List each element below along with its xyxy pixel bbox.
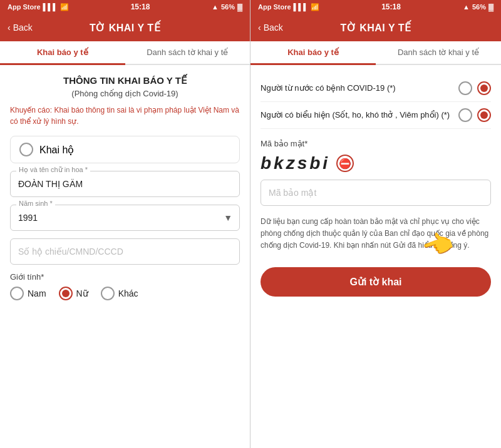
option-radios-1 xyxy=(458,81,491,95)
radio-nu[interactable] xyxy=(59,287,73,300)
captcha-input-group xyxy=(261,180,491,206)
submit-button[interactable]: Gửi tờ khai xyxy=(261,267,491,297)
captcha-refresh-button[interactable]: ⛔ xyxy=(336,155,354,172)
radio-nam[interactable] xyxy=(10,287,24,300)
warning-text: Khuyến cáo: Khai báo thông tin sai là vi… xyxy=(10,104,240,127)
wifi-icon: 📶 xyxy=(60,3,69,11)
hand-cursor-icon: 👈 xyxy=(416,220,460,268)
khai-ho-radio[interactable] xyxy=(19,143,33,156)
location-icon-right: ▲ xyxy=(463,3,470,11)
status-left-right: App Store ▌▌▌ 📶 xyxy=(258,3,319,11)
gender-nu[interactable]: Nữ xyxy=(59,287,88,300)
option-radios-2 xyxy=(458,108,491,122)
back-button-right[interactable]: ‹ Back xyxy=(258,23,296,33)
khai-ho-label: Khai hộ xyxy=(39,144,74,156)
radio-option2-no[interactable] xyxy=(458,108,472,122)
header-title-right: TỜ KHAI Y TẾ xyxy=(296,22,456,34)
options-section: Người từ nước có bệnh COVID-19 (*) Người… xyxy=(261,75,491,129)
label-nam: Nam xyxy=(28,288,46,298)
radio-khac[interactable] xyxy=(101,287,115,300)
battery-icon-right: ▓ xyxy=(488,3,493,11)
status-left: App Store ▌▌▌ 📶 xyxy=(8,3,69,11)
gioi-tinh-label: Giới tính* xyxy=(10,272,240,282)
back-button-left[interactable]: ‹ Back xyxy=(8,23,45,33)
gender-khac[interactable]: Khác xyxy=(101,287,138,300)
option-row-2: Người có biểu hiện (Sốt, ho, khó thở , V… xyxy=(261,102,491,129)
option-row-1: Người từ nước có bệnh COVID-19 (*) xyxy=(261,75,491,102)
nam-sinh-group: Năm sinh * 1991 ▼ xyxy=(10,205,240,231)
location-icon: ▲ xyxy=(212,3,219,11)
content-right: Người từ nước có bệnh COVID-19 (*) Người… xyxy=(250,65,501,448)
captcha-display: bkzsbi ⛔ xyxy=(261,153,491,173)
header-title-left: TỜ KHAI Y TẾ xyxy=(45,22,205,34)
label-nu: Nữ xyxy=(76,288,88,298)
tabs-left: Khai báo y tế Danh sách tờ khai y tế xyxy=(0,41,250,65)
option-text-1: Người từ nước có bệnh COVID-19 (*) xyxy=(261,83,458,94)
captcha-text: bkzsbi xyxy=(261,153,330,173)
status-bar-right: App Store ▌▌▌ 📶 15:18 ▲ 56% ▓ xyxy=(250,0,501,14)
nam-sinh-select[interactable]: 1991 xyxy=(10,205,240,231)
battery-icon: ▓ xyxy=(237,3,242,11)
radio-option2-yes[interactable] xyxy=(477,108,491,122)
label-khac: Khác xyxy=(118,288,138,298)
app-store-label-right: App Store xyxy=(258,3,291,11)
time-display: 15:18 xyxy=(131,3,150,11)
content-left: THÔNG TIN KHAI BÁO Y TẾ (Phòng chống dịc… xyxy=(0,65,250,448)
privacy-wrapper: Dữ liệu bạn cung cấp hoàn toàn bảo mật v… xyxy=(261,216,491,252)
radio-option1-yes[interactable] xyxy=(477,81,491,95)
phone-right: App Store ▌▌▌ 📶 15:18 ▲ 56% ▓ ‹ Back TỜ … xyxy=(250,0,501,448)
captcha-input[interactable] xyxy=(261,180,491,206)
wifi-icon-right: 📶 xyxy=(311,3,319,11)
option-text-2: Người có biểu hiện (Sốt, ho, khó thở , V… xyxy=(261,109,458,121)
captcha-label: Mã bảo mật* xyxy=(261,139,491,148)
signal-icon: ▌▌▌ xyxy=(43,3,58,11)
gender-nam[interactable]: Nam xyxy=(10,287,46,300)
status-bar-left: App Store ▌▌▌ 📶 15:18 ▲ 56% ▓ xyxy=(0,0,250,14)
time-display-right: 15:18 xyxy=(381,3,401,11)
back-chevron-icon: ‹ xyxy=(8,23,11,33)
signal-icon-right: ▌▌▌ xyxy=(294,3,308,11)
header-right: ‹ Back TỜ KHAI Y TẾ xyxy=(250,14,501,41)
radio-option1-no[interactable] xyxy=(458,81,472,95)
battery-label: 56% xyxy=(221,3,235,11)
back-chevron-icon-right: ‹ xyxy=(258,23,261,33)
tab-khai-bao-right[interactable]: Khai báo y tế xyxy=(250,41,376,65)
tab-danh-sach-right[interactable]: Danh sách tờ khai y tế xyxy=(376,41,501,65)
header-left: ‹ Back TỜ KHAI Y TẾ xyxy=(0,14,250,41)
privacy-text: Dữ liệu bạn cung cấp hoàn toàn bảo mật v… xyxy=(261,216,491,252)
tab-danh-sach-left[interactable]: Danh sách tờ khai y tế xyxy=(125,41,250,65)
refresh-icon: ⛔ xyxy=(339,158,351,170)
status-right-right: ▲ 56% ▓ xyxy=(463,3,493,11)
section-subtitle: (Phòng chống dịch Covid-19) xyxy=(10,89,240,98)
tabs-right: Khai báo y tế Danh sách tờ khai y tế xyxy=(250,41,501,65)
so-ho-chieu-group xyxy=(10,238,240,265)
captcha-section: Mã bảo mật* bkzsbi ⛔ xyxy=(261,139,491,206)
nam-sinh-label: Năm sinh * xyxy=(16,200,55,207)
ho-ten-input[interactable] xyxy=(10,171,240,197)
phone-left: App Store ▌▌▌ 📶 15:18 ▲ 56% ▓ ‹ Back TỜ … xyxy=(0,0,250,448)
section-title: THÔNG TIN KHAI BÁO Y TẾ xyxy=(10,75,240,86)
gender-options: Nam Nữ Khác xyxy=(10,287,240,300)
nam-sinh-select-wrapper: 1991 ▼ xyxy=(10,205,240,231)
back-label: Back xyxy=(13,23,33,33)
khai-ho-row[interactable]: Khai hộ xyxy=(10,136,240,163)
tab-khai-bao-left[interactable]: Khai báo y tế xyxy=(0,41,125,65)
battery-label-right: 56% xyxy=(472,3,486,11)
gioi-tinh-section: Giới tính* Nam Nữ Khác xyxy=(10,272,240,300)
app-store-label: App Store xyxy=(8,3,41,11)
status-right: ▲ 56% ▓ xyxy=(212,3,242,11)
so-ho-chieu-input[interactable] xyxy=(10,238,240,265)
ho-ten-label: Họ và tên chữ in hoa * xyxy=(16,166,90,174)
back-label-right: Back xyxy=(264,23,283,33)
ho-ten-group: Họ và tên chữ in hoa * xyxy=(10,171,240,197)
